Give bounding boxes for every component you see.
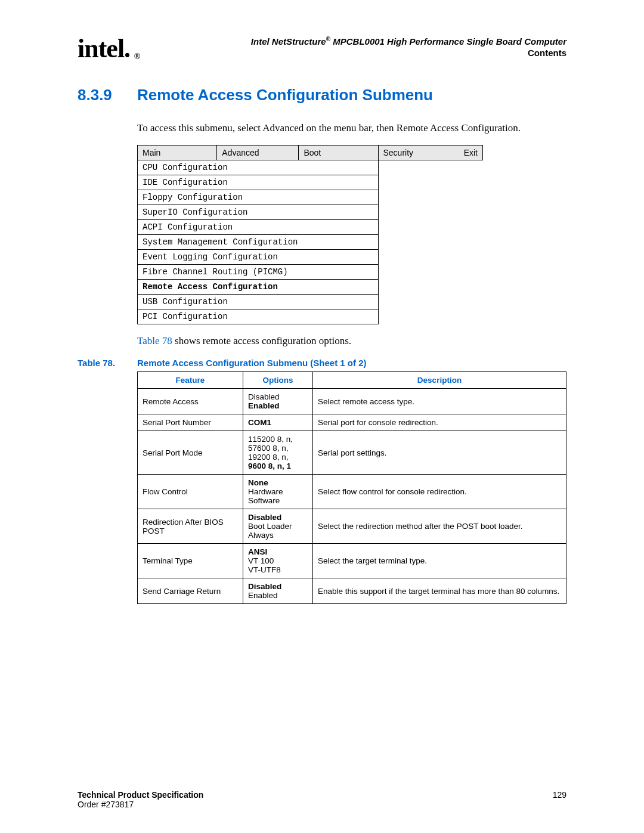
config-option: Disabled	[248, 582, 281, 591]
menu-tab: Exit	[459, 145, 483, 160]
menu-blank	[459, 250, 483, 265]
menu-item: ACPI Configuration	[138, 220, 379, 235]
config-description: Serial port settings.	[313, 431, 566, 475]
menu-item-row: IDE Configuration	[138, 175, 483, 190]
config-option: 19200 8, n,	[248, 453, 289, 462]
config-feature: Redirection After BIOS POST	[138, 509, 243, 544]
page-footer: Technical Product Specification Order #2…	[78, 790, 566, 809]
menu-item-row: Fibre Channel Routing (PICMG)	[138, 265, 483, 280]
menu-item-row: PCI Configuration	[138, 309, 483, 324]
config-options: COM1	[243, 414, 313, 431]
config-option: Enabled	[248, 591, 278, 600]
config-option: Boot Loader	[248, 522, 292, 531]
page-container: intel.® Intel NetStructure® MPCBL0001 Hi…	[0, 0, 644, 833]
menu-blank	[378, 220, 459, 235]
menu-item: Floppy Configuration	[138, 190, 379, 205]
config-options: DisabledEnabled	[243, 578, 313, 604]
header-feature: Feature	[138, 372, 243, 389]
config-options: DisabledBoot LoaderAlways	[243, 509, 313, 544]
logo-dot-icon: .	[124, 36, 130, 62]
menu-item: System Management Configuration	[138, 235, 379, 250]
config-feature: Serial Port Number	[138, 414, 243, 431]
menu-item-row: System Management Configuration	[138, 235, 483, 250]
menu-blank	[459, 235, 483, 250]
config-feature: Flow Control	[138, 475, 243, 509]
menu-blank	[459, 295, 483, 309]
menu-item: SuperIO Configuration	[138, 205, 379, 220]
config-option: Always	[248, 531, 274, 540]
menu-blank	[459, 309, 483, 324]
footer-order: Order #273817	[78, 800, 134, 809]
header-description: Description	[313, 372, 566, 389]
post-menu-paragraph: Table 78 shows remote access configurati…	[137, 335, 566, 347]
menu-blank	[459, 160, 483, 175]
config-option: Disabled	[248, 513, 281, 522]
menu-tab: Main	[138, 145, 217, 160]
footer-tps: Technical Product Specification	[78, 790, 203, 800]
config-options: NoneHardwareSoftware	[243, 475, 313, 509]
config-option: COM1	[248, 418, 271, 427]
config-header-row: Feature Options Description	[138, 372, 566, 389]
config-row: Send Carriage ReturnDisabledEnabledEnabl…	[138, 578, 566, 604]
header-options: Options	[243, 372, 313, 389]
footer-left: Technical Product Specification Order #2…	[78, 790, 203, 809]
config-feature: Serial Port Mode	[138, 431, 243, 475]
config-row: Redirection After BIOS POSTDisabledBoot …	[138, 509, 566, 544]
config-table: Feature Options Description Remote Acces…	[137, 371, 566, 604]
config-option: None	[248, 478, 268, 487]
header-text-block: Intel NetStructure® MPCBL0001 High Perfo…	[138, 36, 566, 58]
menu-blank	[378, 160, 459, 175]
table-link[interactable]: Table 78	[137, 335, 172, 346]
menu-blank	[459, 280, 483, 295]
config-feature: Terminal Type	[138, 544, 243, 578]
config-feature: Send Carriage Return	[138, 578, 243, 604]
menu-blank	[378, 235, 459, 250]
section-heading: 8.3.9 Remote Access Configuration Submen…	[78, 86, 566, 104]
intel-logo: intel.®	[78, 36, 138, 62]
menu-item: IDE Configuration	[138, 175, 379, 190]
menu-blank	[378, 250, 459, 265]
section-label: Contents	[138, 48, 566, 58]
menu-item-row: USB Configuration	[138, 295, 483, 309]
config-option: VT 100	[248, 556, 274, 565]
menu-tab: Boot	[299, 145, 378, 160]
menu-item: USB Configuration	[138, 295, 379, 309]
config-description: Select the redirection method after the …	[313, 509, 566, 544]
config-option: Hardware	[248, 487, 283, 496]
menu-blank	[459, 190, 483, 205]
config-option: Software	[248, 496, 280, 505]
menu-blank	[378, 265, 459, 280]
config-description: Serial port for console redirection.	[313, 414, 566, 431]
config-option: Disabled	[248, 392, 280, 401]
page-header: intel.® Intel NetStructure® MPCBL0001 Hi…	[78, 36, 566, 62]
menu-blank	[378, 295, 459, 309]
config-option: 115200 8, n,	[248, 435, 293, 444]
config-row: Flow ControlNoneHardwareSoftwareSelect f…	[138, 475, 566, 509]
menu-item-row: ACPI Configuration	[138, 220, 483, 235]
config-description: Select the target terminal type.	[313, 544, 566, 578]
document-title: Intel NetStructure® MPCBL0001 High Perfo…	[138, 36, 566, 47]
menu-blank	[378, 309, 459, 324]
config-row: Terminal TypeANSIVT 100VT-UTF8Select the…	[138, 544, 566, 578]
table-caption: Table 78.Remote Access Configuration Sub…	[78, 358, 566, 368]
config-description: Select flow control for console redirect…	[313, 475, 566, 509]
config-option: 9600 8, n, 1	[248, 462, 291, 470]
menu-blank	[378, 175, 459, 190]
menu-item: CPU Configuration	[138, 160, 379, 175]
logo-text: intel	[78, 34, 124, 63]
menu-item: PCI Configuration	[138, 309, 379, 324]
bios-menu-table: MainAdvancedBootSecurityExitCPU Configur…	[137, 145, 483, 324]
config-description: Select remote access type.	[313, 389, 566, 414]
menu-item-row: SuperIO Configuration	[138, 205, 483, 220]
config-description: Enable this support if the target termin…	[313, 578, 566, 604]
menu-blank	[459, 175, 483, 190]
table-caption-number: Table 78.	[78, 358, 137, 368]
menu-blank	[378, 280, 459, 295]
config-row: Serial Port Mode115200 8, n,57600 8, n,1…	[138, 431, 566, 475]
registered-sup-icon: ®	[326, 36, 330, 42]
menu-item-row: Remote Access Configuration	[138, 280, 483, 295]
config-row: Remote AccessDisabledEnabledSelect remot…	[138, 389, 566, 414]
menu-tab-row: MainAdvancedBootSecurityExit	[138, 145, 483, 160]
config-option: Enabled	[248, 401, 280, 410]
menu-item-row: Floppy Configuration	[138, 190, 483, 205]
